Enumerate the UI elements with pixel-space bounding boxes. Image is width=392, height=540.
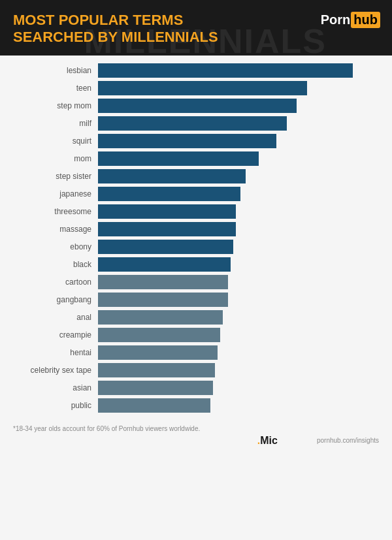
bar (98, 293, 228, 307)
bar-label: cartoon (13, 278, 98, 287)
bar-label: asian (13, 383, 98, 392)
bar-label: teen (13, 84, 98, 93)
pornhub-logo: Pornhub (321, 12, 380, 28)
bar-row: milf (13, 116, 379, 131)
bar-label: lesbian (13, 66, 98, 75)
bar-row: public (13, 398, 379, 413)
bar-label: mom (13, 154, 98, 163)
bar-container (98, 204, 379, 219)
bar-row: mom (13, 151, 379, 166)
bar-label: hentai (13, 348, 98, 357)
title-line2: SEARCHED BY MILLENNIALS (13, 29, 218, 45)
bar-label: japanese (13, 189, 98, 199)
bar-label: milf (13, 119, 98, 128)
bar-row: ebony (13, 240, 379, 254)
bar-row: gangbang (13, 293, 379, 307)
bar-label: gangbang (13, 295, 98, 304)
bar-label: massage (13, 225, 98, 234)
bar-row: celebrity sex tape (13, 363, 379, 377)
bar (98, 240, 233, 254)
bar-container (98, 63, 379, 78)
bar-container (98, 398, 379, 413)
bar-label: ebony (13, 242, 98, 251)
footer-url: pornhub.com/insights (317, 437, 379, 444)
bar-row: hentai (13, 345, 379, 360)
bar-container (98, 275, 379, 289)
bar-container (98, 169, 379, 183)
bar-row: lesbian (13, 63, 379, 78)
bar (98, 328, 220, 342)
bar (98, 345, 218, 360)
title-line1: MOST POPULAR TERMS (13, 12, 183, 28)
footer-note: *18-34 year olds account for 60% of Porn… (13, 425, 200, 432)
bar-label: creampie (13, 330, 98, 340)
bar-row: japanese (13, 187, 379, 201)
bar (98, 381, 213, 395)
bar-row: cartoon (13, 275, 379, 289)
header: MOST POPULAR TERMS SEARCHED BY MILLENNIA… (0, 0, 392, 56)
bar-row: teen (13, 81, 379, 95)
bar-label: black (13, 260, 98, 269)
bar (98, 257, 231, 272)
bar-label: step mom (13, 101, 98, 110)
bar-row: squirt (13, 134, 379, 148)
bar (98, 187, 240, 201)
bar-container (98, 240, 379, 254)
bar (98, 363, 215, 377)
bar (98, 116, 287, 131)
bar (98, 151, 259, 166)
bar-row: step sister (13, 169, 379, 183)
bar-label: step sister (13, 172, 98, 181)
bar-container (98, 257, 379, 272)
bar-row: asian (13, 381, 379, 395)
bar (98, 275, 228, 289)
bar (98, 398, 210, 413)
bar-container (98, 293, 379, 307)
bar-row: massage (13, 222, 379, 236)
bar (98, 99, 297, 113)
bar-container (98, 381, 379, 395)
footer: *18-34 year olds account for 60% of Porn… (0, 421, 392, 435)
bar (98, 134, 276, 148)
logo-hub: hub (351, 12, 380, 28)
bar-row: black (13, 257, 379, 272)
bar (98, 81, 307, 95)
bar-row: creampie (13, 328, 379, 342)
mic-logo: .Mic (257, 435, 278, 447)
bar-container (98, 99, 379, 113)
footer-bottom: .Mic pornhub.com/insights (0, 435, 392, 452)
bar-container (98, 328, 379, 342)
bar-row: anal (13, 310, 379, 325)
bar-label: public (13, 401, 98, 410)
mic-text: Mic (260, 435, 278, 446)
bar-container (98, 187, 379, 201)
bar-container (98, 310, 379, 325)
bar-label: threesome (13, 207, 98, 216)
bar (98, 310, 223, 325)
bar (98, 204, 236, 219)
bar-container (98, 222, 379, 236)
bar-row: threesome (13, 204, 379, 219)
bar-container (98, 345, 379, 360)
bar-label: squirt (13, 136, 98, 146)
bar-container (98, 151, 379, 166)
bar-container (98, 81, 379, 95)
bar-container (98, 363, 379, 377)
logo-porn: Porn (321, 12, 351, 27)
bar-label: anal (13, 313, 98, 322)
bar (98, 63, 353, 78)
bar (98, 222, 236, 236)
bar-row: step mom (13, 99, 379, 113)
chart-area: lesbianteenstep mommilfsquirtmomstep sis… (0, 56, 392, 421)
bar-container (98, 116, 379, 131)
bar (98, 169, 246, 183)
bar-label: celebrity sex tape (13, 366, 98, 375)
bar-container (98, 134, 379, 148)
